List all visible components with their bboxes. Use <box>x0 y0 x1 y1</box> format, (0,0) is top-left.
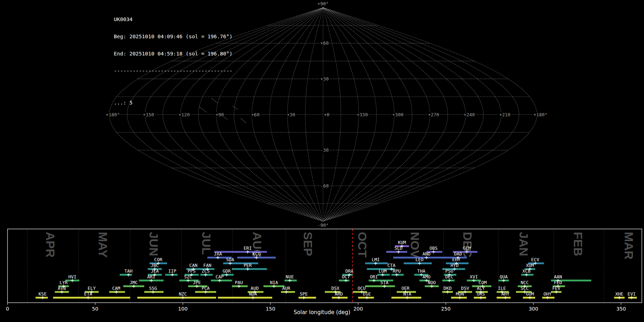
shower-code-label: STA <box>380 280 389 285</box>
shower-code-label: PER <box>244 263 252 268</box>
activity-timeline: APRMAYJUNJULAUGSEPOCTNOVDECJANFEBMARKUME… <box>0 228 644 322</box>
shower-bar <box>223 263 258 264</box>
shower-code-label: SSG <box>149 286 157 291</box>
shower-code-label: OBS <box>429 245 438 251</box>
shower-code-label: ARD <box>335 291 343 297</box>
shower-bar <box>497 297 511 299</box>
shower-EVI: EVI <box>628 291 637 299</box>
shower-FEV: FEV <box>551 286 561 294</box>
app-window: UK0034 Beg: 20251010 04:09:46 (sol = 196… <box>0 0 644 322</box>
shower-LMI: LMI <box>365 257 388 265</box>
shower-code-label: URS <box>477 291 485 297</box>
meteor-track <box>199 107 207 112</box>
shower-code-label: PCA <box>201 286 210 291</box>
lon-label: +180° <box>533 112 547 117</box>
shower-SPE: SPE <box>298 291 316 299</box>
shower-PAU: PAU <box>232 280 248 288</box>
shower-bar <box>386 251 407 253</box>
pole-label-north: +90° <box>317 1 328 6</box>
shower-code-label: AMO <box>423 274 431 279</box>
lon-label: +240 <box>464 112 475 117</box>
shower-bar <box>232 268 267 270</box>
lon-label: +120 <box>179 112 190 117</box>
shower-code-label: ALY <box>477 286 485 291</box>
shower-code-label: EGE <box>363 291 371 297</box>
shower-code-label: PSU <box>445 268 454 274</box>
shower-code-label: FED <box>554 280 562 285</box>
shower-bar <box>298 297 316 299</box>
shower-code-label: AVB <box>58 286 66 291</box>
shower-SSG: SSG <box>144 286 164 294</box>
shower-code-label: CAM <box>112 286 121 291</box>
shower-NIA: NIA <box>263 280 284 288</box>
shower-code-label: ELY <box>88 286 96 291</box>
shower-code-label: PPS <box>187 268 196 274</box>
lon-label: +210 <box>499 112 510 117</box>
shower-bars: KUMERISLDOBSGEMJXAKCGANDDADCORSDALMILEOE… <box>35 240 637 299</box>
month-label-may: MAY <box>96 232 110 258</box>
shower-code-label: AUD <box>251 286 259 291</box>
month-label-nov: NOV <box>408 232 422 258</box>
shower-KSE: KSE <box>35 291 48 299</box>
shower-code-label: MON <box>456 291 464 297</box>
shower-code-label: FEV <box>552 286 560 291</box>
lon-label: +180° <box>106 112 120 117</box>
shower-code-label: JXA <box>214 251 222 257</box>
lon-label: +60 <box>251 112 259 117</box>
shower-IIP: IIP <box>165 268 177 277</box>
shower-bar <box>53 297 130 299</box>
month-label-sep: SEP <box>301 232 315 256</box>
shower-XHE: XHE <box>614 291 624 299</box>
shower-code-label: AUR <box>282 286 291 291</box>
shower-code-label: COM <box>479 280 487 285</box>
meteor-tracks <box>199 98 246 123</box>
pole-label-south: -90° <box>317 223 328 228</box>
shower-code-label: THA <box>417 268 425 274</box>
shower-NDA: NDA <box>218 291 272 299</box>
skymap-labels: +90°-90°+60+30-30-60+180°+150+120+90+60+… <box>106 1 547 228</box>
shower-code-label: DSX <box>331 286 340 291</box>
shower-code-label: XUM <box>526 263 534 268</box>
lon-label: +300 <box>392 112 404 117</box>
shower-code-label: AND <box>423 251 431 257</box>
shower-bar <box>365 286 395 287</box>
shower-code-label: HVI <box>68 274 77 279</box>
sky-map: +90°-90°+60+30-30-60+180°+150+120+90+60+… <box>0 0 644 228</box>
lon-label: +90 <box>215 112 224 117</box>
month-label-dec: DEC <box>461 232 474 258</box>
shower-code-label: LEO <box>415 257 424 262</box>
shower-code-label: AAN <box>554 274 562 279</box>
shower-code-label: GEM <box>463 245 471 251</box>
shower-code-label: COR <box>154 257 162 262</box>
month-label-feb: FEB <box>571 232 585 256</box>
shower-TAH: TAH <box>120 268 133 277</box>
shower-code-label: SCC <box>521 286 529 291</box>
shower-bar <box>281 291 295 293</box>
meteor-track <box>233 106 238 109</box>
shower-code-label: CTA <box>387 263 396 268</box>
shower-code-label: TAH <box>125 268 133 274</box>
month-label-jun: JUN <box>147 232 161 256</box>
shower-code-label: AHY <box>501 291 509 297</box>
shower-code-label: LMI <box>372 257 380 262</box>
shower-code-label: GUM <box>526 291 534 297</box>
shower-code-label: EVI <box>628 291 636 297</box>
shower-code-label: JMC <box>130 280 138 285</box>
shower-NTA: NTA <box>391 291 421 299</box>
shower-code-label: NCC <box>521 280 529 285</box>
shower-code-label: NIA <box>270 280 278 285</box>
month-label-jul: JUL <box>200 232 213 255</box>
shower-bar <box>120 274 132 276</box>
shower-code-label: SDA <box>226 257 234 262</box>
shower-code-label: HYD <box>450 263 459 268</box>
shower-code-label: JPE <box>193 280 201 285</box>
shower-code-label: QUA <box>499 274 508 279</box>
shower-bar <box>218 297 272 299</box>
lon-label: +270 <box>428 112 439 117</box>
shower-code-label: ECV <box>531 257 540 262</box>
shower-code-label: XCB <box>522 268 531 274</box>
shower-code-label: ILE <box>498 286 506 291</box>
shower-CAM: CAM <box>109 286 125 294</box>
shower-bar <box>211 280 232 282</box>
lat-label: -30 <box>320 147 328 153</box>
